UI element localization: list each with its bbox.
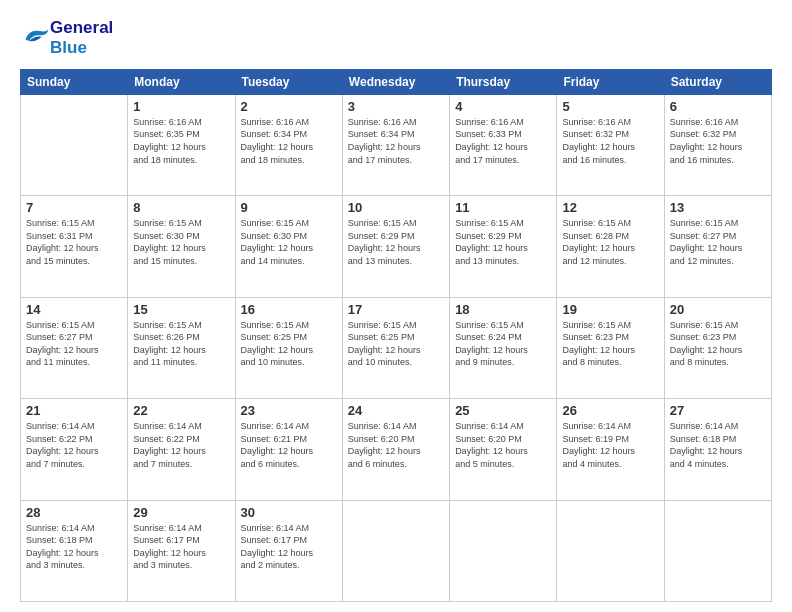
day-info: Sunrise: 6:16 AM Sunset: 6:33 PM Dayligh… [455,116,551,166]
day-number: 2 [241,99,337,114]
day-number: 23 [241,403,337,418]
day-info: Sunrise: 6:16 AM Sunset: 6:34 PM Dayligh… [241,116,337,166]
calendar-cell: 4Sunrise: 6:16 AM Sunset: 6:33 PM Daylig… [450,94,557,195]
calendar-week-1: 1Sunrise: 6:16 AM Sunset: 6:35 PM Daylig… [21,94,772,195]
day-info: Sunrise: 6:14 AM Sunset: 6:19 PM Dayligh… [562,420,658,470]
calendar-cell: 3Sunrise: 6:16 AM Sunset: 6:34 PM Daylig… [342,94,449,195]
calendar-cell [450,500,557,601]
day-number: 10 [348,200,444,215]
logo-icon [22,25,50,47]
weekday-header-wednesday: Wednesday [342,69,449,94]
calendar-cell: 1Sunrise: 6:16 AM Sunset: 6:35 PM Daylig… [128,94,235,195]
calendar-cell: 12Sunrise: 6:15 AM Sunset: 6:28 PM Dayli… [557,196,664,297]
calendar-cell: 27Sunrise: 6:14 AM Sunset: 6:18 PM Dayli… [664,399,771,500]
day-info: Sunrise: 6:14 AM Sunset: 6:18 PM Dayligh… [26,522,122,572]
day-info: Sunrise: 6:14 AM Sunset: 6:20 PM Dayligh… [455,420,551,470]
day-number: 12 [562,200,658,215]
weekday-header-sunday: Sunday [21,69,128,94]
day-number: 29 [133,505,229,520]
calendar-cell: 11Sunrise: 6:15 AM Sunset: 6:29 PM Dayli… [450,196,557,297]
calendar-cell: 14Sunrise: 6:15 AM Sunset: 6:27 PM Dayli… [21,297,128,398]
calendar-cell: 25Sunrise: 6:14 AM Sunset: 6:20 PM Dayli… [450,399,557,500]
day-info: Sunrise: 6:15 AM Sunset: 6:24 PM Dayligh… [455,319,551,369]
day-info: Sunrise: 6:15 AM Sunset: 6:27 PM Dayligh… [26,319,122,369]
weekday-header-row: SundayMondayTuesdayWednesdayThursdayFrid… [21,69,772,94]
day-info: Sunrise: 6:14 AM Sunset: 6:20 PM Dayligh… [348,420,444,470]
calendar-table: SundayMondayTuesdayWednesdayThursdayFrid… [20,69,772,602]
calendar-cell: 28Sunrise: 6:14 AM Sunset: 6:18 PM Dayli… [21,500,128,601]
calendar-cell [557,500,664,601]
day-info: Sunrise: 6:14 AM Sunset: 6:18 PM Dayligh… [670,420,766,470]
day-info: Sunrise: 6:15 AM Sunset: 6:23 PM Dayligh… [562,319,658,369]
calendar-cell: 2Sunrise: 6:16 AM Sunset: 6:34 PM Daylig… [235,94,342,195]
calendar-cell: 13Sunrise: 6:15 AM Sunset: 6:27 PM Dayli… [664,196,771,297]
day-number: 5 [562,99,658,114]
day-number: 16 [241,302,337,317]
day-number: 28 [26,505,122,520]
day-number: 22 [133,403,229,418]
day-number: 7 [26,200,122,215]
logo-text: General Blue [50,18,113,59]
header: General Blue [20,18,772,59]
day-number: 13 [670,200,766,215]
calendar-cell: 10Sunrise: 6:15 AM Sunset: 6:29 PM Dayli… [342,196,449,297]
weekday-header-tuesday: Tuesday [235,69,342,94]
day-info: Sunrise: 6:14 AM Sunset: 6:22 PM Dayligh… [133,420,229,470]
calendar-cell: 29Sunrise: 6:14 AM Sunset: 6:17 PM Dayli… [128,500,235,601]
calendar-cell [664,500,771,601]
calendar-cell: 6Sunrise: 6:16 AM Sunset: 6:32 PM Daylig… [664,94,771,195]
calendar-cell: 16Sunrise: 6:15 AM Sunset: 6:25 PM Dayli… [235,297,342,398]
day-info: Sunrise: 6:16 AM Sunset: 6:32 PM Dayligh… [670,116,766,166]
weekday-header-monday: Monday [128,69,235,94]
calendar-cell: 20Sunrise: 6:15 AM Sunset: 6:23 PM Dayli… [664,297,771,398]
day-number: 25 [455,403,551,418]
day-info: Sunrise: 6:15 AM Sunset: 6:29 PM Dayligh… [455,217,551,267]
weekday-header-saturday: Saturday [664,69,771,94]
day-number: 4 [455,99,551,114]
day-number: 21 [26,403,122,418]
day-info: Sunrise: 6:15 AM Sunset: 6:23 PM Dayligh… [670,319,766,369]
calendar-cell: 8Sunrise: 6:15 AM Sunset: 6:30 PM Daylig… [128,196,235,297]
day-info: Sunrise: 6:16 AM Sunset: 6:34 PM Dayligh… [348,116,444,166]
calendar-cell [21,94,128,195]
day-number: 3 [348,99,444,114]
calendar-cell: 22Sunrise: 6:14 AM Sunset: 6:22 PM Dayli… [128,399,235,500]
day-info: Sunrise: 6:16 AM Sunset: 6:32 PM Dayligh… [562,116,658,166]
calendar-cell: 24Sunrise: 6:14 AM Sunset: 6:20 PM Dayli… [342,399,449,500]
calendar-cell: 30Sunrise: 6:14 AM Sunset: 6:17 PM Dayli… [235,500,342,601]
day-number: 30 [241,505,337,520]
day-number: 26 [562,403,658,418]
day-number: 19 [562,302,658,317]
day-number: 20 [670,302,766,317]
day-info: Sunrise: 6:14 AM Sunset: 6:17 PM Dayligh… [241,522,337,572]
calendar-cell: 15Sunrise: 6:15 AM Sunset: 6:26 PM Dayli… [128,297,235,398]
day-number: 14 [26,302,122,317]
day-number: 17 [348,302,444,317]
day-number: 1 [133,99,229,114]
calendar-cell: 17Sunrise: 6:15 AM Sunset: 6:25 PM Dayli… [342,297,449,398]
calendar-cell: 7Sunrise: 6:15 AM Sunset: 6:31 PM Daylig… [21,196,128,297]
day-info: Sunrise: 6:15 AM Sunset: 6:30 PM Dayligh… [241,217,337,267]
weekday-header-thursday: Thursday [450,69,557,94]
calendar-cell: 19Sunrise: 6:15 AM Sunset: 6:23 PM Dayli… [557,297,664,398]
calendar-cell: 23Sunrise: 6:14 AM Sunset: 6:21 PM Dayli… [235,399,342,500]
day-number: 27 [670,403,766,418]
calendar-week-2: 7Sunrise: 6:15 AM Sunset: 6:31 PM Daylig… [21,196,772,297]
day-number: 18 [455,302,551,317]
day-info: Sunrise: 6:15 AM Sunset: 6:28 PM Dayligh… [562,217,658,267]
day-info: Sunrise: 6:14 AM Sunset: 6:17 PM Dayligh… [133,522,229,572]
day-number: 15 [133,302,229,317]
day-info: Sunrise: 6:15 AM Sunset: 6:25 PM Dayligh… [241,319,337,369]
calendar-page: General Blue SundayMondayTuesdayWednesda… [0,0,792,612]
day-info: Sunrise: 6:15 AM Sunset: 6:29 PM Dayligh… [348,217,444,267]
day-number: 9 [241,200,337,215]
calendar-cell: 21Sunrise: 6:14 AM Sunset: 6:22 PM Dayli… [21,399,128,500]
calendar-week-4: 21Sunrise: 6:14 AM Sunset: 6:22 PM Dayli… [21,399,772,500]
calendar-cell [342,500,449,601]
day-info: Sunrise: 6:14 AM Sunset: 6:21 PM Dayligh… [241,420,337,470]
day-number: 24 [348,403,444,418]
day-info: Sunrise: 6:15 AM Sunset: 6:31 PM Dayligh… [26,217,122,267]
calendar-cell: 26Sunrise: 6:14 AM Sunset: 6:19 PM Dayli… [557,399,664,500]
day-info: Sunrise: 6:15 AM Sunset: 6:25 PM Dayligh… [348,319,444,369]
logo: General Blue [20,18,113,59]
